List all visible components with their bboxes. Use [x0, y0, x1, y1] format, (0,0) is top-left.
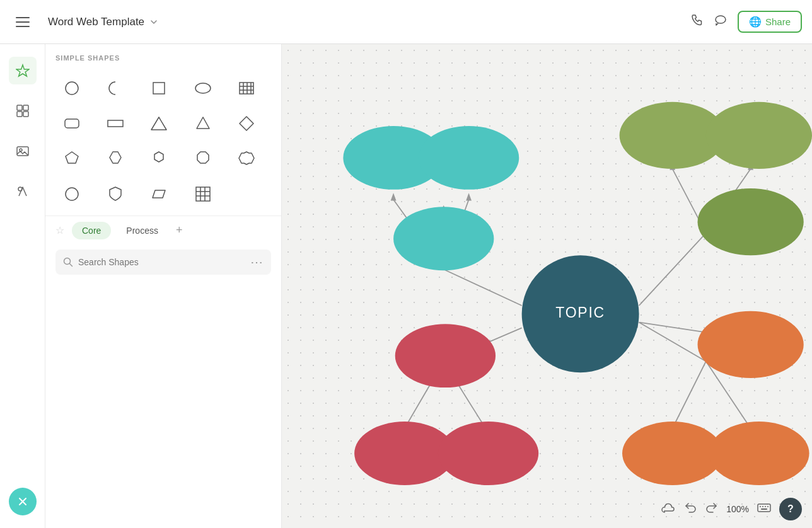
- svg-point-65: [709, 422, 809, 485]
- svg-point-56: [706, 102, 812, 169]
- shape-square[interactable]: [142, 72, 175, 105]
- svg-rect-66: [758, 504, 770, 512]
- shapes-panel: SIMPLE SHAPES: [45, 44, 282, 528]
- svg-point-62: [438, 422, 538, 485]
- shape-shield[interactable]: [99, 178, 132, 210]
- globe-icon: 🌐: [749, 16, 762, 28]
- svg-point-60: [395, 324, 496, 387]
- document-title: Word Web Template: [48, 16, 144, 28]
- svg-text:TOPIC: TOPIC: [555, 304, 605, 321]
- svg-rect-1: [17, 105, 22, 110]
- undo-icon[interactable]: [683, 501, 697, 518]
- sidebar-item-shapes[interactable]: [9, 178, 37, 205]
- svg-line-26: [444, 269, 522, 306]
- sidebar-icons: [0, 44, 45, 528]
- shape-diamond[interactable]: [230, 107, 263, 140]
- tab-bar: ☆ Core Process +: [45, 215, 281, 244]
- fab-close-button[interactable]: [9, 488, 37, 515]
- tab-process[interactable]: Process: [116, 222, 168, 239]
- shape-hexagon2[interactable]: [142, 142, 175, 175]
- svg-rect-19: [66, 188, 78, 200]
- svg-line-46: [673, 362, 706, 428]
- sidebar-bottom: [9, 478, 37, 515]
- svg-point-57: [698, 188, 804, 255]
- svg-rect-3: [17, 112, 22, 117]
- svg-rect-17: [65, 119, 79, 128]
- shape-crescent[interactable]: [99, 72, 132, 105]
- search-options-icon[interactable]: ⋯: [250, 255, 264, 270]
- sidebar-item-star[interactable]: [9, 57, 37, 84]
- svg-point-0: [716, 16, 726, 23]
- tab-core[interactable]: Core: [72, 222, 111, 239]
- svg-marker-31: [466, 193, 472, 200]
- search-icon: [63, 257, 73, 267]
- svg-point-10: [195, 83, 211, 93]
- shape-table[interactable]: [230, 72, 263, 105]
- svg-rect-18: [108, 120, 123, 127]
- diagram: TOPIC: [282, 44, 812, 528]
- shapes-grid: [45, 67, 281, 215]
- svg-line-45: [639, 323, 706, 362]
- shape-ellipse[interactable]: [187, 72, 219, 105]
- shape-right-triangle[interactable]: [187, 107, 219, 140]
- shape-hexagon1[interactable]: [99, 142, 132, 175]
- svg-rect-9: [153, 83, 165, 94]
- chevron-down-icon: [149, 18, 158, 26]
- shape-circle[interactable]: [55, 72, 88, 105]
- sidebar-item-image[interactable]: [9, 137, 37, 165]
- shape-triangle[interactable]: [142, 107, 175, 140]
- shape-octagon[interactable]: [187, 142, 219, 175]
- bottom-bar: 100% ?: [651, 490, 812, 528]
- shape-wide-rect[interactable]: [99, 107, 132, 140]
- menu-button[interactable]: [10, 9, 35, 35]
- svg-marker-30: [391, 193, 397, 200]
- search-input[interactable]: [78, 257, 245, 267]
- header-icons: 🌐 Share: [690, 11, 802, 33]
- zoom-level: 100%: [726, 504, 749, 514]
- shape-parallelogram[interactable]: [142, 178, 175, 210]
- svg-line-38: [639, 233, 706, 306]
- svg-point-64: [622, 422, 722, 485]
- shape-dodecagon[interactable]: [230, 142, 263, 175]
- sidebar-item-grid[interactable]: [9, 97, 37, 125]
- shape-rounded-rect[interactable]: [55, 107, 88, 140]
- chat-icon[interactable]: [714, 13, 728, 30]
- help-button[interactable]: ?: [779, 498, 802, 520]
- canvas-area[interactable]: TOPIC: [282, 44, 812, 528]
- svg-rect-20: [196, 187, 210, 201]
- main-layout: SIMPLE SHAPES: [0, 44, 812, 528]
- cloud-icon[interactable]: [661, 500, 676, 519]
- title-dropdown[interactable]: Word Web Template: [43, 12, 163, 32]
- header: Word Web Template 🌐 Share: [0, 0, 812, 44]
- svg-point-63: [698, 311, 804, 378]
- share-label: Share: [765, 16, 791, 27]
- svg-rect-2: [23, 105, 28, 110]
- tab-add-button[interactable]: +: [173, 221, 185, 239]
- shape-pentagon[interactable]: [55, 142, 88, 175]
- svg-point-8: [66, 82, 78, 95]
- shapes-section-label: SIMPLE SHAPES: [45, 44, 281, 67]
- tab-star-icon[interactable]: ☆: [55, 224, 64, 236]
- redo-icon[interactable]: [705, 501, 719, 518]
- shape-rounded-circle[interactable]: [55, 178, 88, 210]
- share-button[interactable]: 🌐 Share: [738, 11, 802, 33]
- search-shapes-container: ⋯: [55, 250, 271, 275]
- phone-icon[interactable]: [690, 13, 704, 30]
- svg-rect-4: [23, 112, 28, 117]
- keyboard-icon[interactable]: [757, 500, 772, 519]
- shape-grid2[interactable]: [187, 178, 219, 210]
- svg-point-54: [393, 207, 494, 270]
- svg-point-53: [419, 126, 519, 190]
